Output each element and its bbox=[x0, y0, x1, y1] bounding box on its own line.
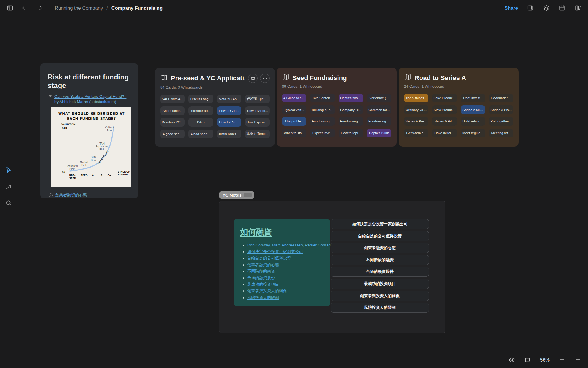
note-bullet-item[interactable]: 創業者融資的心態 bbox=[243, 262, 324, 268]
card-chip[interactable]: 程希瑾 Cjin: ... bbox=[245, 95, 270, 103]
card-chip[interactable]: Series A Pit... bbox=[432, 117, 457, 126]
card-chip[interactable]: SAFE with A... bbox=[160, 95, 185, 103]
card-chip[interactable]: Building a Pi... bbox=[310, 105, 335, 114]
card-chip[interactable]: How to Pitc... bbox=[217, 118, 241, 127]
card-chip[interactable]: Fundraising ... bbox=[367, 117, 391, 126]
card-chip[interactable]: The proble... bbox=[282, 117, 306, 126]
note-bullet-item[interactable]: 合適的融資股份 bbox=[243, 275, 324, 281]
note-bullet-item[interactable]: 風險投資人的限制 bbox=[243, 294, 324, 301]
card-chip[interactable]: Hepta's two ... bbox=[339, 94, 363, 102]
stacked-card[interactable]: 創業者與投資人的關係 bbox=[331, 291, 429, 301]
card-chip[interactable]: Series A Pre... bbox=[404, 117, 428, 126]
card-chip[interactable]: How Expens... bbox=[245, 118, 270, 127]
stacked-card[interactable]: 風險投資人的限制 bbox=[331, 303, 429, 313]
card-chip[interactable]: Fake Produc... bbox=[432, 94, 457, 102]
arrow-tool-icon[interactable] bbox=[5, 183, 13, 191]
zoom-out-icon[interactable] bbox=[574, 356, 582, 363]
substack-link[interactable]: Can you Scale a Venture Capital Fund? - … bbox=[54, 94, 131, 104]
section-label[interactable]: YC Notes bbox=[219, 191, 254, 199]
stacked-card[interactable]: 合適的融資股份 bbox=[331, 267, 429, 277]
note-bullet-item[interactable]: 如何決定是否投資一家創業公司 bbox=[243, 248, 324, 255]
funding-stage-chart-image[interactable]: WHAT SHOULD BE DERISKED AT EACH FUNDING … bbox=[51, 107, 131, 187]
card-chip[interactable]: Get warm c... bbox=[404, 129, 428, 137]
note-bullet-item[interactable]: Ron Conway, Marc Andreessen, Parker Conr… bbox=[243, 242, 324, 248]
library-icon[interactable] bbox=[574, 4, 582, 11]
card-chip[interactable]: Build relatio... bbox=[461, 117, 485, 126]
card-chip[interactable]: A good see... bbox=[160, 130, 185, 138]
stacked-card[interactable]: 最成功的投資項目 bbox=[331, 279, 429, 289]
right-panel-icon[interactable] bbox=[527, 4, 534, 11]
stacked-card[interactable]: 創業者融資的心態 bbox=[331, 243, 429, 253]
breadcrumb-parent[interactable]: Running the Company bbox=[55, 5, 103, 11]
calendar-icon[interactable] bbox=[559, 4, 566, 11]
card-chip[interactable]: Company Bl... bbox=[339, 105, 363, 114]
card-link[interactable]: 創業者融資的心態 bbox=[55, 193, 87, 198]
card-chip[interactable]: Interoperabi... bbox=[188, 106, 213, 115]
card-chip[interactable]: Common for... bbox=[367, 105, 391, 114]
fundraising-note-card[interactable]: 如何融資 Ron Conway, Marc Andreessen, Parker… bbox=[234, 219, 330, 306]
board-seed-fundraising[interactable]: Seed Fundraising 89 Cards, 1 Whiteboard … bbox=[277, 68, 397, 147]
zoom-in-icon[interactable] bbox=[559, 356, 566, 363]
risk-note-card[interactable]: Risk at different funding stage Can you … bbox=[40, 63, 138, 198]
note-bullet-item[interactable]: 不同階段的融資 bbox=[243, 268, 324, 275]
presentation-icon[interactable] bbox=[524, 356, 531, 363]
layers-icon[interactable] bbox=[543, 4, 550, 11]
stacked-card[interactable]: 不同階段的融資 bbox=[331, 255, 429, 265]
card-chip[interactable]: Series A Pla... bbox=[489, 105, 513, 114]
card-chip[interactable]: Fundraising ... bbox=[310, 117, 335, 126]
zoom-level[interactable]: 56% bbox=[540, 357, 550, 363]
whiteboard-canvas[interactable]: Running the Company / Company Fundraisin… bbox=[0, 0, 588, 368]
card-chip[interactable]: How to Appl... bbox=[245, 106, 270, 115]
stacked-card[interactable]: 自給自足的公司值得投資 bbox=[331, 231, 429, 241]
section-more-button[interactable] bbox=[244, 193, 252, 197]
note-bullet-item[interactable]: 創業者與投資人的關係 bbox=[243, 288, 324, 294]
card-chip[interactable]: A bad seed ... bbox=[188, 130, 213, 138]
card-chip[interactable]: Justin Kan's ... bbox=[217, 130, 241, 138]
note-card-title-link[interactable]: 如何融資 bbox=[240, 227, 324, 237]
card-chip[interactable]: Meta YC Ap... bbox=[217, 95, 241, 103]
card-chip[interactable]: Dendron YC... bbox=[160, 118, 185, 127]
select-cursor-icon[interactable] bbox=[5, 166, 13, 174]
share-button[interactable]: Share bbox=[505, 5, 518, 11]
card-chip[interactable]: Co-founder ... bbox=[489, 94, 513, 102]
card-chip[interactable]: Put together... bbox=[489, 117, 513, 126]
stacked-card[interactable]: 如何決定是否投資一家創業公司 bbox=[331, 219, 429, 229]
card-chip[interactable]: Have initial ... bbox=[432, 129, 457, 137]
board-title[interactable]: Seed Fundraising bbox=[293, 74, 391, 82]
card-chip[interactable]: 馮彥文 Temp... bbox=[245, 130, 270, 138]
search-icon[interactable] bbox=[5, 199, 13, 207]
card-chip[interactable]: Fundraising ... bbox=[339, 117, 363, 126]
card-chip[interactable]: Pitch bbox=[188, 118, 213, 127]
board-more-button[interactable] bbox=[260, 74, 270, 83]
card-chip[interactable]: How to repl... bbox=[339, 129, 363, 137]
eye-icon[interactable] bbox=[508, 356, 515, 363]
forward-arrow-icon[interactable] bbox=[36, 4, 43, 11]
card-chip[interactable]: A Guide to S... bbox=[282, 94, 306, 102]
card-chip[interactable]: Vertebrae (... bbox=[367, 94, 391, 102]
card-chip[interactable]: Treat Invest... bbox=[461, 94, 485, 102]
card-chip[interactable]: Hepta's Blurb bbox=[367, 129, 391, 137]
open-board-button[interactable] bbox=[248, 74, 258, 83]
board-preseed[interactable]: Pre-seed & YC Applicati... 84 Cards, 0 W… bbox=[155, 68, 275, 147]
card-chip[interactable]: When to sta... bbox=[282, 129, 306, 137]
card-chip[interactable]: Typical vert... bbox=[282, 105, 306, 114]
card-chip[interactable]: Series A Mil... bbox=[461, 105, 485, 114]
board-road-to-series-a[interactable]: Road to Series A 24 Cards, 1 Whiteboard … bbox=[399, 68, 519, 147]
card-chip[interactable]: Two Senten... bbox=[310, 94, 335, 102]
board-title[interactable]: Road to Series A bbox=[415, 74, 513, 82]
card-chip[interactable]: The 5 things... bbox=[404, 94, 428, 102]
toggle-triangle-icon[interactable] bbox=[49, 95, 52, 97]
card-chip[interactable]: Slow Produc... bbox=[432, 105, 457, 114]
note-bullet-item[interactable]: 自給自足的公司值得投資 bbox=[243, 255, 324, 261]
board-title[interactable]: Pre-seed & YC Applicati... bbox=[171, 74, 245, 82]
sidebar-toggle-icon[interactable] bbox=[6, 4, 14, 11]
card-chip[interactable]: Discuss ang... bbox=[188, 95, 213, 103]
back-arrow-icon[interactable] bbox=[21, 4, 28, 11]
card-chip[interactable]: Meet regula... bbox=[461, 129, 485, 137]
card-chip[interactable]: Meeting wit... bbox=[489, 129, 513, 137]
card-chip[interactable]: Ordinary vs ... bbox=[404, 105, 428, 114]
card-chip[interactable]: Angel fundr... bbox=[160, 106, 185, 115]
note-bullet-item[interactable]: 最成功的投資項目 bbox=[243, 281, 324, 288]
card-chip[interactable]: Expect Inve... bbox=[310, 129, 335, 137]
card-chip[interactable]: How to Con... bbox=[217, 106, 241, 115]
